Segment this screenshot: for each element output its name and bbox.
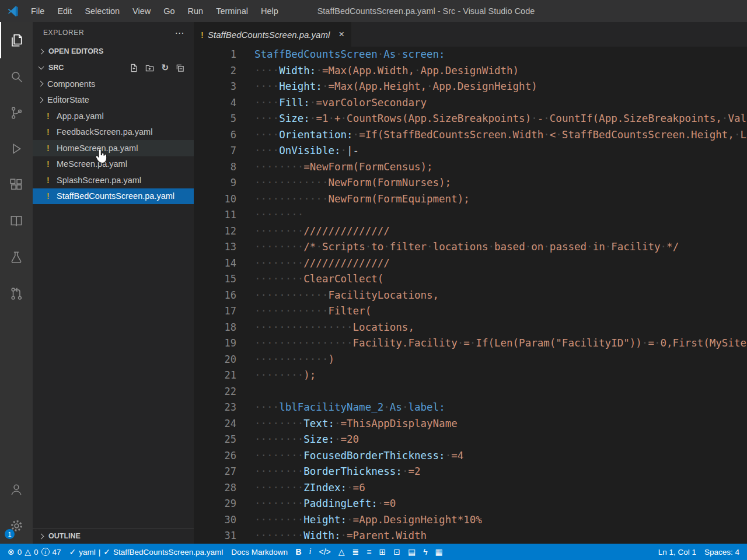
problems-indicator[interactable]: ⊗ 0 △ 0 i 47 xyxy=(4,544,65,560)
new-file-icon[interactable] xyxy=(130,64,138,72)
code-line-14[interactable]: 14········////////////// xyxy=(194,256,747,272)
code-line-15[interactable]: 15········ClearCollect( xyxy=(194,271,747,288)
code-line-9[interactable]: 9············NewForm(FormNurses); xyxy=(194,175,747,191)
code-line-26[interactable]: 26········FocusedBorderThickness:·=4 xyxy=(194,448,747,464)
code-line-22[interactable]: 22 xyxy=(194,384,747,400)
menu-help[interactable]: Help xyxy=(254,0,285,22)
alert-icon[interactable]: △ xyxy=(334,544,348,560)
code-line-12[interactable]: 12········////////////// xyxy=(194,223,747,240)
collapse-all-icon[interactable] xyxy=(176,64,184,72)
status-bar-right: Ln 1, Col 1 Spaces: 4 xyxy=(654,548,743,556)
italic-icon[interactable]: i xyxy=(305,544,315,560)
menu-run[interactable]: Run xyxy=(181,0,210,22)
code-line-19[interactable]: 19················Facility.Facility·=·If… xyxy=(194,335,747,352)
code-line-3[interactable]: 3····Height:·=Max(App.Height,·App.Design… xyxy=(194,79,747,95)
tree-item-mescreen-pa-yaml[interactable]: !MeScreen.pa.yaml xyxy=(33,156,194,173)
search-icon[interactable] xyxy=(0,58,33,94)
snippet-icon[interactable]: ϟ xyxy=(420,544,431,560)
menu-terminal[interactable]: Terminal xyxy=(210,0,254,22)
more-actions-icon[interactable]: ⋯ xyxy=(171,27,188,38)
tree-item-editorstate[interactable]: EditorState xyxy=(33,92,194,108)
yaml-validation[interactable]: ✓ yaml | ✓ StaffBedCountsScreen.pa.yaml xyxy=(65,544,228,560)
code-line-20[interactable]: 20············) xyxy=(194,352,747,368)
code-line-30[interactable]: 30········Height:·=App.DesignHeight*10% xyxy=(194,512,747,528)
file-warning-icon: ! xyxy=(47,127,57,136)
test-icon[interactable] xyxy=(0,239,33,275)
indentation-setting[interactable]: Spaces: 4 xyxy=(700,548,743,556)
code-line-6[interactable]: 6····Orientation:·=If(StaffBedCountsScre… xyxy=(194,127,747,144)
code-area[interactable]: 1StaffBedCountsScreen·As·screen:2····Wid… xyxy=(194,47,747,544)
insert-icon[interactable]: ⊞ xyxy=(375,544,390,560)
run-debug-icon[interactable] xyxy=(0,131,33,167)
settings-gear-icon[interactable]: 1 xyxy=(0,508,33,544)
open-editors-section[interactable]: OPEN EDITORS xyxy=(33,43,194,60)
code-line-7[interactable]: 7····OnVisible:·|- xyxy=(194,143,747,159)
tree-item-staffbedcountsscreen-pa-yaml[interactable]: !StaffBedCountsScreen.pa.yaml xyxy=(33,188,194,205)
code-line-21[interactable]: 21········); xyxy=(194,368,747,384)
cursor-position[interactable]: Ln 1, Col 1 xyxy=(654,548,700,556)
menu-view[interactable]: View xyxy=(126,0,157,22)
refresh-icon[interactable]: ↻ xyxy=(161,62,169,73)
pull-request-icon[interactable] xyxy=(0,275,33,312)
docs-markdown-button[interactable]: Docs Markdown xyxy=(227,544,292,560)
tab-staffbedcountsscreen[interactable]: ! StaffBedCountsScreen.pa.yaml × xyxy=(194,22,351,47)
code-line-text: ····Orientation:·=If(StaffBedCountsScree… xyxy=(236,127,747,144)
bold-icon[interactable]: B xyxy=(292,544,305,560)
code-line-1[interactable]: 1StaffBedCountsScreen·As·screen: xyxy=(194,47,747,63)
table-icon[interactable]: ▦ xyxy=(431,544,446,560)
extensions-icon[interactable] xyxy=(0,167,33,203)
code-line-17[interactable]: 17············Filter( xyxy=(194,303,747,320)
code-line-4[interactable]: 4····Fill:·=varColorSecondary xyxy=(194,95,747,111)
tree-item-components[interactable]: Components xyxy=(33,76,194,92)
outline-section[interactable]: OUTLINE xyxy=(33,528,194,544)
tree-item-homescreen-pa-yaml[interactable]: !HomeScreen.pa.yaml xyxy=(33,140,194,156)
tab-bar: ! StaffBedCountsScreen.pa.yaml × xyxy=(194,22,747,47)
code-line-text: ····lblFacilityName_2·As·label: xyxy=(236,400,747,416)
code-line-11[interactable]: 11········ xyxy=(194,207,747,223)
line-number: 24 xyxy=(194,416,236,432)
tree-item-label: Components xyxy=(47,79,95,89)
code-line-27[interactable]: 27········BorderThickness:·=2 xyxy=(194,464,747,480)
code-line-5[interactable]: 5····Size:·=1·+·CountRows(App.SizeBreakp… xyxy=(194,111,747,127)
menu-go[interactable]: Go xyxy=(157,0,181,22)
link-icon[interactable]: ⊡ xyxy=(390,544,404,560)
tab-label: StaffBedCountsScreen.pa.yaml xyxy=(208,30,330,40)
sidebar-title: EXPLORER xyxy=(43,29,84,37)
tree-item-app-pa-yaml[interactable]: !App.pa.yaml xyxy=(33,108,194,124)
vscode-logo-icon xyxy=(7,5,19,17)
bullet-list-icon[interactable]: ≡ xyxy=(363,544,375,560)
code-line-23[interactable]: 23····lblFacilityName_2·As·label: xyxy=(194,400,747,416)
numbered-list-icon[interactable]: ≣ xyxy=(348,544,363,560)
code-line-24[interactable]: 24········Text:·=ThisAppDisplayName xyxy=(194,416,747,432)
check-icon: ✓ xyxy=(69,548,76,556)
code-line-31[interactable]: 31········Width:·=Parent.Width xyxy=(194,528,747,544)
menu-selection[interactable]: Selection xyxy=(78,0,126,22)
docs-icon[interactable] xyxy=(0,203,33,239)
code-icon[interactable]: </> xyxy=(315,544,334,560)
sidebar-title-row: EXPLORER ⋯ xyxy=(33,22,194,43)
code-line-28[interactable]: 28········ZIndex:·=6 xyxy=(194,480,747,496)
tree-item-feedbackscreen-pa-yaml[interactable]: !FeedbackScreen.pa.yaml xyxy=(33,124,194,141)
src-section[interactable]: SRC ↻ xyxy=(33,60,194,76)
code-line-16[interactable]: 16············FacilityLocations, xyxy=(194,288,747,304)
code-line-10[interactable]: 10············NewForm(FormEquipment); xyxy=(194,191,747,208)
chevron-down-icon xyxy=(39,64,44,70)
account-icon[interactable] xyxy=(0,471,33,508)
image-icon[interactable]: ▤ xyxy=(404,544,419,560)
code-line-2[interactable]: 2····Width:·=Max(App.Width,·App.DesignWi… xyxy=(194,63,747,79)
tree-item-splashscreen-pa-yaml[interactable]: !SplashScreen.pa.yaml xyxy=(33,172,194,188)
file-warning-icon: ! xyxy=(47,176,57,185)
code-line-13[interactable]: 13········/*·Scripts·to·filter·locations… xyxy=(194,239,747,256)
menu-edit[interactable]: Edit xyxy=(51,0,78,22)
close-icon[interactable]: × xyxy=(338,29,344,40)
code-line-text: ········////////////// xyxy=(236,223,747,240)
code-line-18[interactable]: 18················Locations, xyxy=(194,320,747,336)
code-line-8[interactable]: 8········=NewForm(FormCensus); xyxy=(194,159,747,176)
tree-item-label: SplashScreen.pa.yaml xyxy=(57,176,141,185)
code-line-25[interactable]: 25········Size:·=20 xyxy=(194,432,747,448)
code-line-29[interactable]: 29········PaddingLeft:·=0 xyxy=(194,496,747,512)
explorer-icon[interactable] xyxy=(0,22,33,58)
source-control-icon[interactable] xyxy=(0,94,33,131)
new-folder-icon[interactable] xyxy=(145,64,154,72)
menu-file[interactable]: File xyxy=(25,0,51,22)
